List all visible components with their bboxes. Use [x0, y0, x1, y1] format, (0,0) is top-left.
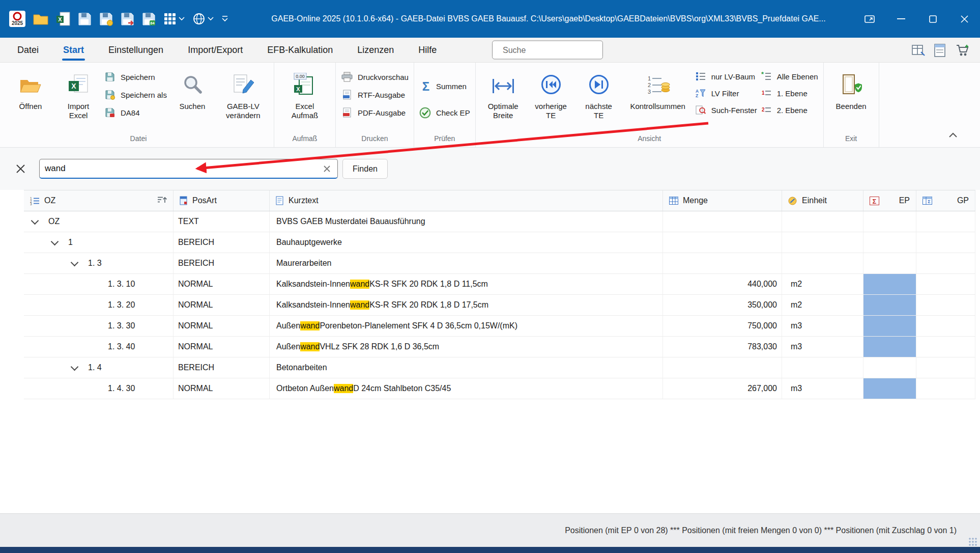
- find-input[interactable]: [45, 163, 321, 174]
- ebene-1-button[interactable]: 1 1. Ebene: [760, 89, 818, 98]
- vorherige-te-button[interactable]: vorherigeTE: [529, 65, 573, 133]
- column-header-menge[interactable]: Menge: [663, 190, 782, 211]
- table-row[interactable]: 1BEREICHBauhauptgewerke: [24, 232, 975, 253]
- import-excel-button[interactable]: X ImportExcel: [56, 65, 101, 133]
- ep-cell[interactable]: [863, 253, 916, 273]
- kontrollsummen-button[interactable]: 123 Kontrollsummen: [624, 65, 691, 133]
- column-header-kurztext[interactable]: Kurztext: [270, 190, 663, 211]
- table-row[interactable]: OZTEXTBVBS GAEB Musterdatei Bauausführun…: [24, 211, 975, 232]
- table-row[interactable]: 1. 3. 30NORMALAußenwand Porenbeton-Plane…: [24, 316, 975, 337]
- save-icon[interactable]: [78, 10, 92, 28]
- find-input-box[interactable]: [39, 159, 338, 179]
- gaeb-lv-edit-button[interactable]: GAEB-LVverändern: [218, 65, 269, 133]
- alle-ebenen-label: Alle Ebenen: [777, 72, 818, 81]
- minimize-button[interactable]: [885, 0, 917, 38]
- table-row[interactable]: 1. 3BEREICHMaurerarbeiten: [24, 253, 975, 274]
- maximize-button[interactable]: [917, 0, 948, 38]
- gp-cell[interactable]: [916, 274, 975, 294]
- clear-search-icon[interactable]: [321, 163, 332, 174]
- close-button[interactable]: [948, 0, 980, 38]
- gp-cell[interactable]: [916, 337, 975, 357]
- gp-cell[interactable]: [916, 253, 975, 273]
- such-fenster-button[interactable]: Such-Fenster: [695, 105, 757, 115]
- ep-cell-filled[interactable]: [863, 316, 916, 336]
- check-ep-button[interactable]: Check EP: [419, 107, 470, 119]
- tab-start[interactable]: Start: [51, 38, 96, 62]
- da84-save-icon[interactable]: 84: [142, 10, 156, 28]
- ep-cell-filled[interactable]: [863, 378, 916, 399]
- excel-aufmass-button[interactable]: 0.00X ExcelAufmaß: [279, 65, 330, 133]
- expand-chevron-icon[interactable]: [32, 220, 45, 224]
- search-button[interactable]: Suchen: [170, 65, 215, 133]
- table-row[interactable]: 1. 3. 40NORMALAußenwand VHLz SFK 28 RDK …: [24, 337, 975, 357]
- table-row[interactable]: 1. 3. 10NORMALKalksandstein-Innenwand KS…: [24, 274, 975, 295]
- nur-lv-baum-button[interactable]: nur LV-Baum: [695, 72, 757, 81]
- summen-button[interactable]: Σ Summen: [419, 79, 470, 93]
- table-row[interactable]: 1. 3. 20NORMALKalksandstein-Innenwand KS…: [24, 295, 975, 316]
- tab-import-export[interactable]: Import/Export: [176, 38, 255, 62]
- rtf-output-button[interactable]: RTF-Ausgabe: [341, 90, 409, 100]
- save-button[interactable]: Speichern: [104, 72, 167, 82]
- sort-icon[interactable]: [157, 196, 167, 206]
- qat-customize-icon[interactable]: [221, 10, 228, 28]
- tab-efb-kalkulation[interactable]: EFB-Kalkulation: [255, 38, 345, 62]
- ep-cell[interactable]: [863, 211, 916, 232]
- save-as-button[interactable]: Speichern als: [104, 90, 167, 100]
- excel-import-icon[interactable]: X: [56, 10, 70, 28]
- optimale-breite-button[interactable]: OptimaleBreite: [481, 65, 526, 133]
- tab-lizenzen[interactable]: Lizenzen: [345, 38, 406, 62]
- ep-cell-filled[interactable]: [863, 337, 916, 357]
- column-header-ep[interactable]: Σ EP: [863, 190, 916, 211]
- tab-einstellungen[interactable]: Einstellungen: [96, 38, 176, 62]
- column-header-einheit[interactable]: Einheit: [782, 190, 863, 211]
- naechste-te-button[interactable]: nächsteTE: [577, 65, 621, 133]
- excel-aufmass-icon: 0.00X: [293, 73, 316, 95]
- table-row[interactable]: 1. 4. 30NORMALOrtbeton Außenwand D 24cm …: [24, 378, 975, 399]
- collapse-ribbon-chevron-icon[interactable]: [948, 131, 958, 140]
- pdf-output-button[interactable]: PDF-Ausgabe: [341, 107, 409, 118]
- save-export-icon[interactable]: [121, 10, 134, 28]
- resize-grip[interactable]: [969, 538, 977, 546]
- app-logo-icon[interactable]: 2025: [9, 10, 25, 28]
- save-as-icon[interactable]: [99, 10, 113, 28]
- ribbon-search-box[interactable]: [492, 41, 603, 60]
- open-button[interactable]: Öffnen: [8, 65, 53, 133]
- gp-cell[interactable]: [916, 295, 975, 315]
- column-header-oz[interactable]: 123 OZ: [24, 190, 174, 211]
- ebene-2-button[interactable]: 2 2. Ebene: [760, 105, 818, 115]
- print-preview-button[interactable]: Druckvorschau: [341, 72, 409, 82]
- tab-datei[interactable]: Datei: [5, 38, 51, 62]
- expand-chevron-icon[interactable]: [72, 366, 85, 370]
- cart-icon[interactable]: [956, 44, 970, 57]
- close-search-panel-icon[interactable]: [15, 164, 25, 174]
- table-tools-icon[interactable]: [912, 44, 925, 57]
- expand-chevron-icon[interactable]: [52, 241, 65, 244]
- ep-cell-filled[interactable]: [863, 295, 916, 315]
- gp-cell[interactable]: [916, 316, 975, 336]
- lv-filter-button[interactable]: AZ LV Filter: [695, 89, 757, 98]
- ep-cell[interactable]: [863, 232, 916, 253]
- globe-icon[interactable]: [192, 10, 214, 28]
- column-header-gp[interactable]: Σ GP: [916, 190, 975, 211]
- expand-chevron-icon[interactable]: [72, 262, 85, 265]
- all-levels-icon: *: [760, 72, 772, 81]
- beenden-button[interactable]: Beenden: [829, 65, 874, 133]
- gp-cell[interactable]: [916, 357, 975, 378]
- ep-cell-filled[interactable]: [863, 274, 916, 294]
- gp-cell[interactable]: [916, 378, 975, 399]
- window-snap-icon[interactable]: [854, 0, 885, 38]
- column-header-posart[interactable]: PosArt: [174, 190, 270, 211]
- gp-cell[interactable]: [916, 232, 975, 253]
- alle-ebenen-button[interactable]: * Alle Ebenen: [760, 72, 818, 81]
- open-folder-icon[interactable]: [33, 10, 48, 28]
- da84-button[interactable]: DA84: [104, 107, 167, 118]
- ribbon-search-input[interactable]: [503, 45, 608, 54]
- gp-cell[interactable]: [916, 211, 975, 232]
- find-button[interactable]: Finden: [342, 159, 388, 179]
- table-row[interactable]: 1. 4BEREICHBetonarbeiten: [24, 357, 975, 378]
- tab-hilfe[interactable]: Hilfe: [406, 38, 449, 62]
- form-icon[interactable]: [934, 44, 946, 57]
- apps-grid-icon[interactable]: [163, 10, 185, 28]
- ep-cell[interactable]: [863, 357, 916, 378]
- column-label-kurztext: Kurztext: [289, 196, 319, 205]
